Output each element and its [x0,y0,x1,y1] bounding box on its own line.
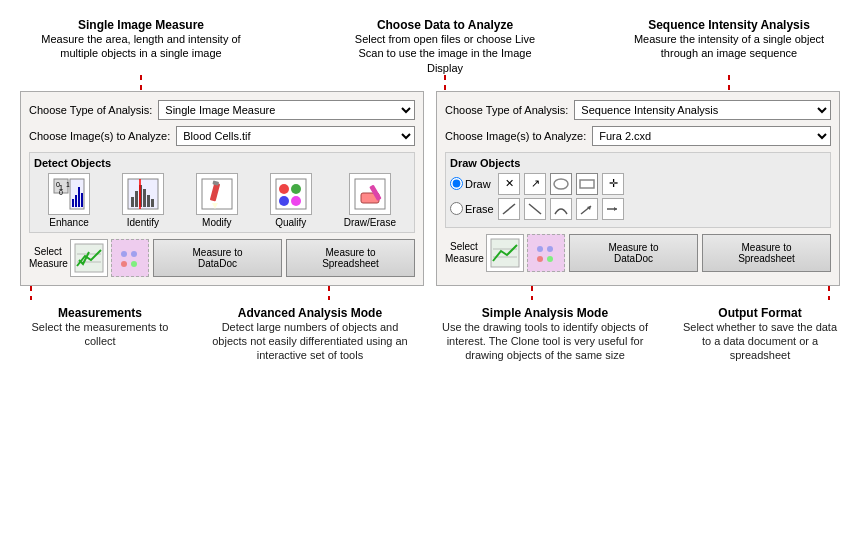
draw-radio-label[interactable]: Draw [450,177,494,190]
left-panel: Choose Type of Analysis: Single Image Me… [20,91,424,286]
svg-point-26 [291,196,301,206]
erase-radio-label[interactable]: Erase [450,202,494,215]
draw-tool-arrow1[interactable] [576,198,598,220]
detect-objects-title: Detect Objects [34,157,410,169]
annotation-single-image: Single Image Measure Measure the area, l… [31,10,251,75]
right-dots-icon [527,234,565,272]
right-type-select[interactable]: Sequence Intensity Analysis [574,100,831,120]
right-panel: Choose Type of Analysis: Sequence Intens… [436,91,840,286]
right-measure-icon[interactable] [486,234,524,272]
right-image-select[interactable]: Fura 2.cxd [592,126,831,146]
enhance-label: Enhance [49,217,88,228]
left-type-select[interactable]: Single Image Measure [158,100,415,120]
left-dots-icon [111,239,149,277]
erase-radio[interactable] [450,202,463,215]
output-text: Select whether to save the data to a dat… [680,320,840,363]
left-image-select[interactable]: Blood Cells.tif [176,126,415,146]
right-measure-spreadsheet-btn[interactable]: Measure toSpreadsheet [702,234,831,272]
identify-tool[interactable]: Identify [122,173,164,228]
svg-text:0: 0 [56,181,60,188]
draw-tool-ellipse[interactable] [550,173,572,195]
left-measure-datadoc-btn[interactable]: Measure toDataDoc [153,239,282,277]
draw-erase-label: Draw/Erase [344,217,396,228]
svg-rect-14 [143,189,146,207]
svg-point-51 [547,256,553,262]
svg-point-24 [291,184,301,194]
svg-point-23 [279,184,289,194]
left-panel-bottom: SelectMeasure [29,239,415,277]
draw-objects-title: Draw Objects [450,157,826,169]
right-measure-datadoc-btn[interactable]: Measure toDataDoc [569,234,698,272]
annotation-measurements: Measurements Select the measurements to … [20,306,180,363]
annotation-choose-data: Choose Data to Analyze Select from open … [345,10,545,75]
annotation-text-2: Select from open files or choose Live Sc… [345,32,545,75]
enhance-icon: 1 0 1 0 [48,173,90,215]
advanced-title: Advanced Analysis Mode [210,306,410,320]
annotation-text-3: Measure the intensity of a single object… [629,32,829,61]
draw-objects-section: Draw Objects Draw ✕ ↗ [445,152,831,228]
svg-rect-12 [135,191,138,207]
left-image-select-wrapper[interactable]: Blood Cells.tif [176,126,415,146]
simple-title: Simple Analysis Mode [440,306,650,320]
left-select-measure-label: SelectMeasure [29,246,67,270]
svg-point-33 [121,251,127,257]
qualify-label: Qualify [275,217,306,228]
draw-tool-crosshair[interactable]: ✛ [602,173,624,195]
bottom-annotations-row: Measurements Select the measurements to … [20,306,840,363]
annotation-title-2: Choose Data to Analyze [377,18,513,32]
detect-objects-section: Detect Objects 1 0 1 0 [29,152,415,233]
svg-point-36 [131,261,137,267]
right-type-select-wrapper[interactable]: Sequence Intensity Analysis [574,100,831,120]
svg-rect-8 [78,187,80,207]
annotation-simple: Simple Analysis Mode Use the drawing too… [440,306,650,363]
measurements-title: Measurements [20,306,180,320]
top-annotations-row: Single Image Measure Measure the area, l… [20,10,840,75]
svg-point-37 [554,179,568,189]
qualify-icon [270,173,312,215]
draw-tool-cursor[interactable]: ↗ [524,173,546,195]
modify-icon [196,173,238,215]
svg-rect-38 [580,180,594,188]
advanced-text: Detect large numbers of objects and obje… [210,320,410,363]
draw-erase-tool[interactable]: Draw/Erase [344,173,396,228]
left-image-label: Choose Image(s) to Analyze: [29,130,170,142]
annotation-title-3: Sequence Intensity Analysis [648,18,810,32]
identify-icon [122,173,164,215]
measurements-text: Select the measurements to collect [20,320,180,349]
main-container: Single Image Measure Measure the area, l… [0,0,860,540]
draw-tool-x[interactable]: ✕ [498,173,520,195]
draw-radio[interactable] [450,177,463,190]
left-type-row: Choose Type of Analysis: Single Image Me… [29,100,415,120]
left-measure-icon[interactable] [70,239,108,277]
draw-tool-arc[interactable] [550,198,572,220]
svg-line-40 [529,204,541,214]
draw-tool-diag[interactable] [524,198,546,220]
left-measure-spreadsheet-btn[interactable]: Measure toSpreadsheet [286,239,415,277]
left-image-row: Choose Image(s) to Analyze: Blood Cells.… [29,126,415,146]
svg-rect-7 [75,195,77,207]
svg-text:0: 0 [59,189,63,196]
svg-point-25 [279,196,289,206]
draw-erase-icon [349,173,391,215]
qualify-tool[interactable]: Qualify [270,173,312,228]
left-type-label: Choose Type of Analysis: [29,104,152,116]
enhance-tool[interactable]: 1 0 1 0 En [48,173,90,228]
svg-point-34 [131,251,137,257]
simple-text: Use the drawing tools to identify object… [440,320,650,363]
right-image-row: Choose Image(s) to Analyze: Fura 2.cxd [445,126,831,146]
draw-tool-arrow2[interactable] [602,198,624,220]
annotation-advanced: Advanced Analysis Mode Detect large numb… [210,306,410,363]
annotation-title: Single Image Measure [78,18,204,32]
svg-rect-16 [151,199,154,207]
draw-row-1: Draw ✕ ↗ ✛ [450,173,826,195]
left-type-select-wrapper[interactable]: Single Image Measure [158,100,415,120]
svg-rect-15 [147,195,150,207]
modify-tool[interactable]: Modify [196,173,238,228]
right-type-row: Choose Type of Analysis: Sequence Intens… [445,100,831,120]
draw-tool-rect[interactable] [576,173,598,195]
output-title: Output Format [680,306,840,320]
annotation-sequence: Sequence Intensity Analysis Measure the … [629,10,829,75]
right-panel-bottom: SelectMeasure [445,234,831,272]
right-image-select-wrapper[interactable]: Fura 2.cxd [592,126,831,146]
draw-tool-line[interactable] [498,198,520,220]
